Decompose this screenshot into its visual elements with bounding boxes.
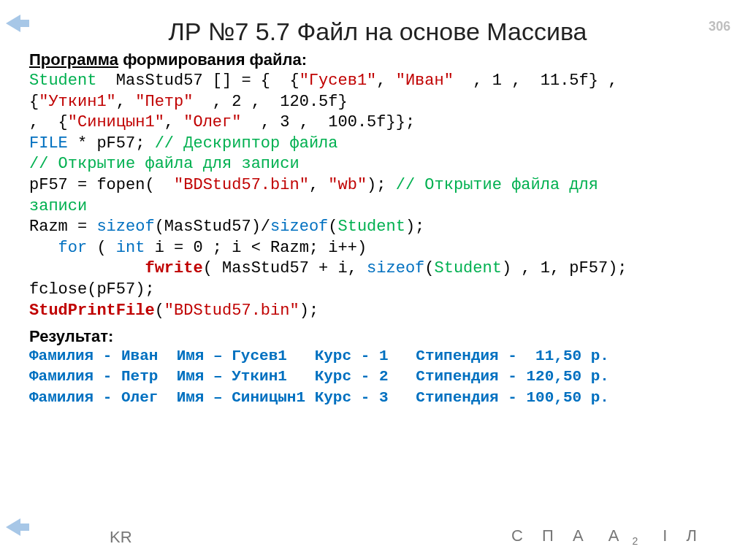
code-block: Student MasStud57 [] = { {"Гусев1", "Ива…	[29, 71, 726, 321]
footer-kr[interactable]: KR	[110, 528, 132, 547]
code-token: sizeof	[96, 218, 154, 236]
code-token: {	[29, 93, 39, 111]
code-token: (	[328, 218, 337, 236]
back-arrow-bottom-tail	[20, 523, 29, 531]
code-token: Student	[29, 72, 96, 90]
code-token: (	[424, 259, 434, 277]
code-token: fclose(pF57);	[29, 280, 155, 299]
result-label: Результат:	[29, 327, 726, 346]
footer-ref-p[interactable]: П	[542, 526, 555, 545]
code-token: (	[155, 302, 164, 320]
page-title: ЛР №7 5.7 Файл на основе Массива	[29, 18, 726, 46]
program-label: Программа формирования файла:	[29, 50, 726, 69]
code-token: pF57 = fopen(	[29, 176, 174, 194]
footer-refs: С П А А2 I Л	[505, 526, 704, 547]
code-token: "Синицын1"	[68, 113, 164, 131]
result-line: Фамилия - Петр Имя – Уткин1 Курс - 2 Сти…	[29, 368, 609, 385]
footer-ref-l[interactable]: Л	[687, 526, 698, 545]
code-token: "wb"	[328, 176, 367, 194]
code-token: FILE	[29, 134, 68, 153]
code-token: "Петр"	[135, 93, 193, 111]
code-token: , 1 , 11.5f} ,	[454, 72, 617, 90]
code-token: * pF57;	[68, 134, 155, 153]
code-token: ,	[309, 176, 328, 194]
code-token: // Дескриптор файла	[155, 134, 338, 153]
code-token: MasStud57 [] = { {	[96, 72, 299, 90]
slide-content: 306 ЛР №7 5.7 Файл на основе Массива Про…	[0, 0, 748, 408]
footer-ref-c[interactable]: С	[511, 526, 524, 545]
code-token: (MasStud57)/	[155, 218, 270, 236]
footer-ref-a[interactable]: А	[573, 526, 585, 545]
code-token: записи	[29, 197, 87, 215]
result-line: Фамилия - Иван Имя – Гусев1 Курс - 1 Сти…	[29, 348, 609, 364]
code-token: ) , 1, pF57);	[502, 259, 627, 277]
code-token: "Иван"	[396, 72, 454, 90]
code-token: , 3 , 100.5f}};	[241, 113, 415, 131]
code-token	[29, 259, 145, 277]
code-token: Student	[435, 259, 502, 277]
result-line: Фамилия - Олег Имя – Синицын1 Курс - 3 С…	[29, 389, 609, 406]
code-token: );	[405, 218, 424, 236]
code-token: "Уткин1"	[39, 93, 116, 111]
code-token: for	[29, 239, 87, 257]
footer-ref-a2-main: А	[608, 526, 621, 545]
code-token: sizeof	[270, 218, 328, 236]
code-token: // Открытие файла для	[396, 176, 598, 194]
footer-ref-a2-sub: 2	[632, 535, 639, 547]
code-token: i = 0 ; i < Razm; i++)	[145, 239, 367, 257]
code-token: ( MasStud57 + i,	[203, 259, 367, 277]
code-token: (	[87, 239, 116, 257]
page-number: 306	[709, 19, 730, 34]
result-block: Фамилия - Иван Имя – Гусев1 Курс - 1 Сти…	[29, 346, 726, 408]
code-token: // Открытие файла для записи	[29, 155, 299, 173]
code-token: );	[367, 176, 396, 194]
code-token: fwrite	[145, 259, 202, 277]
code-token: "BDStud57.bin"	[174, 176, 309, 194]
code-token: sizeof	[367, 259, 424, 277]
code-token: StudPrintFile	[29, 302, 155, 320]
code-token: Student	[338, 218, 405, 236]
footer-ref-i[interactable]: I	[663, 526, 668, 545]
code-token: ,	[116, 93, 135, 111]
code-token: , {	[29, 113, 68, 131]
program-label-rest: формирования файла:	[118, 50, 307, 69]
back-arrow-bottom-icon[interactable]	[6, 518, 20, 536]
footer-ref-a2[interactable]: А2	[603, 526, 645, 545]
code-token: "Гусев1"	[299, 72, 377, 90]
code-token: "Олег"	[183, 113, 241, 131]
code-token: ,	[164, 113, 183, 131]
code-token: "BDStud57.bin"	[164, 302, 299, 320]
program-label-underlined: Программа	[29, 50, 118, 69]
code-token: );	[299, 302, 318, 320]
code-token: Razm =	[29, 218, 96, 236]
code-token: ,	[376, 72, 395, 90]
code-token: , 2 , 120.5f}	[193, 93, 347, 111]
code-token: int	[116, 239, 145, 257]
